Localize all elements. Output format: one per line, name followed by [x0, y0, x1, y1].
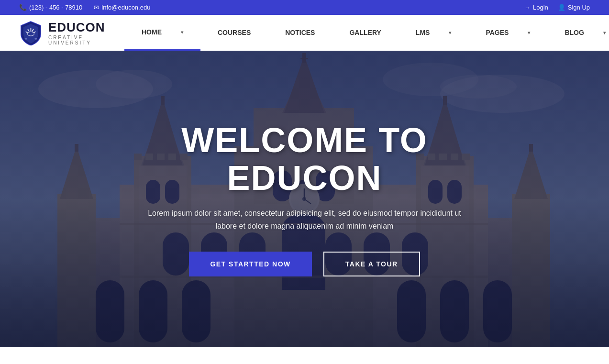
navbar: EDUCON CREATIVE UNIVERSITY HOME ▾ COURSE… [0, 15, 609, 51]
nav-label-home: HOME [133, 14, 170, 50]
get-started-button[interactable]: GET STARTTED NOW [189, 252, 311, 276]
take-tour-button[interactable]: TAKE A TOUR [323, 252, 420, 276]
svg-rect-0 [31, 28, 32, 31]
chevron-down-icon-pages: ▾ [519, 15, 539, 51]
phone-link[interactable]: 📞 (123) - 456 - 78910 [19, 4, 82, 11]
nav-link-blog[interactable]: BLOG ▾ [547, 15, 609, 51]
hero-title: WELCOME TO EDUCON [109, 121, 501, 197]
nav-label-courses: COURSES [209, 15, 259, 51]
logo-name: EDUCON [48, 20, 124, 35]
logo-area[interactable]: EDUCON CREATIVE UNIVERSITY [19, 20, 124, 45]
hero-buttons: GET STARTTED NOW TAKE A TOUR [109, 252, 501, 276]
login-label: Login [533, 4, 548, 11]
nav-item-courses[interactable]: COURSES [200, 15, 268, 51]
nav-item-blog[interactable]: BLOG ▾ [547, 15, 609, 51]
chevron-down-icon: ▾ [172, 14, 192, 50]
topbar-right: → Login 👤 Sign Up [524, 4, 590, 11]
signup-icon: 👤 [558, 4, 565, 11]
nav-link-gallery[interactable]: GALLERY [332, 15, 398, 51]
hero-subtitle: Lorem ipsum dolor sit amet, consectetur … [137, 207, 472, 232]
nav-label-notices: NOTICES [277, 15, 323, 51]
nav-label-gallery: GALLERY [341, 15, 389, 51]
nav-link-home[interactable]: HOME ▾ [124, 15, 200, 51]
email-link[interactable]: ✉ info@educon.edu [94, 4, 150, 11]
logo-icon [19, 21, 43, 45]
logo-tagline: CREATIVE UNIVERSITY [48, 35, 124, 45]
nav-item-home[interactable]: HOME ▾ [124, 15, 200, 51]
signup-label: Sign Up [568, 4, 590, 11]
login-link[interactable]: → Login [524, 4, 548, 11]
nav-item-notices[interactable]: NOTICES [268, 15, 332, 51]
signup-link[interactable]: 👤 Sign Up [558, 4, 590, 11]
nav-item-gallery[interactable]: GALLERY [332, 15, 398, 51]
chevron-down-icon-lms: ▾ [440, 15, 460, 51]
topbar-left: 📞 (123) - 456 - 78910 ✉ info@educon.edu [19, 4, 150, 11]
nav-link-notices[interactable]: NOTICES [268, 15, 332, 51]
hero-section: WELCOME TO EDUCON Lorem ipsum dolor sit … [0, 51, 609, 347]
nav-link-pages[interactable]: PAGES ▾ [468, 15, 547, 51]
nav-links: HOME ▾ COURSES NOTICES GALLERY LMS ▾ [124, 15, 609, 51]
phone-icon: 📞 [19, 4, 27, 11]
topbar: 📞 (123) - 456 - 78910 ✉ info@educon.edu … [0, 0, 609, 15]
nav-link-courses[interactable]: COURSES [200, 15, 268, 51]
nav-label-blog: BLOG [556, 15, 592, 51]
login-icon: → [524, 4, 531, 11]
nav-label-pages: PAGES [477, 15, 517, 51]
hero-content: WELCOME TO EDUCON Lorem ipsum dolor sit … [89, 121, 520, 277]
email-icon: ✉ [94, 4, 99, 11]
logo-text-area: EDUCON CREATIVE UNIVERSITY [48, 20, 124, 45]
nav-item-pages[interactable]: PAGES ▾ [468, 15, 547, 51]
nav-link-lms[interactable]: LMS ▾ [399, 15, 469, 51]
chevron-down-icon-blog: ▾ [595, 15, 609, 51]
email-address: info@educon.edu [101, 4, 150, 11]
nav-label-lms: LMS [407, 15, 439, 51]
nav-item-lms[interactable]: LMS ▾ [399, 15, 469, 51]
phone-number: (123) - 456 - 78910 [29, 4, 82, 11]
